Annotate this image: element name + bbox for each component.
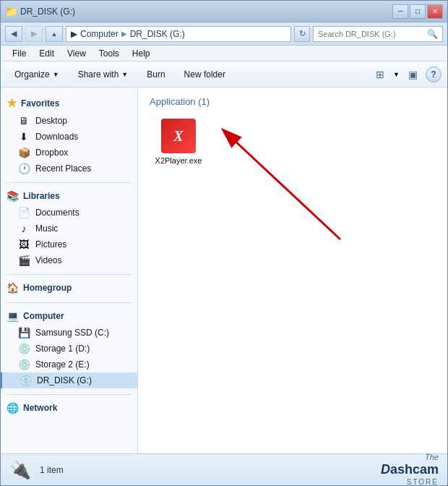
search-icon[interactable]: 🔍: [427, 29, 438, 39]
divider-3: [7, 302, 132, 303]
drdisk-icon: 💿: [20, 375, 31, 386]
documents-icon: 📄: [18, 207, 30, 218]
libraries-label: Libraries: [23, 191, 60, 201]
exe-icon: X: [161, 119, 196, 153]
sidebar-header-computer[interactable]: 💻 Computer: [1, 307, 137, 325]
dashcam-brand-d: D: [381, 462, 390, 477]
address-path[interactable]: ▶ Computer ▶ DR_DISK (G:): [66, 26, 291, 42]
path-sep1: ▶: [121, 30, 127, 38]
sidebar-header-favorites[interactable]: ★ Favorites: [1, 93, 137, 113]
explorer-window: 📁 DR_DISK (G:) ─ □ ✕ ◀ ▶ ▲ ▶ Computer ▶ …: [0, 0, 448, 486]
search-box[interactable]: 🔍: [313, 26, 443, 42]
path-arrow: ▶: [71, 29, 77, 39]
burn-button[interactable]: Burn: [139, 64, 173, 85]
sidebar-section-network: 🌐 Network: [1, 399, 137, 417]
help-button[interactable]: ?: [426, 67, 441, 82]
network-icon: 🌐: [7, 402, 19, 414]
sidebar-header-homegroup[interactable]: 🏠 Homegroup: [1, 279, 137, 297]
up-button[interactable]: ▲: [46, 26, 63, 42]
status-bar: 🔌 1 item The Dashcam STORE: [1, 453, 447, 485]
sidebar-item-documents[interactable]: 📄 Documents: [1, 205, 137, 221]
menu-file[interactable]: File: [7, 47, 32, 60]
sidebar: ★ Favorites 🖥 Desktop ⬇ Downloads 📦 Drop…: [1, 88, 138, 453]
sidebar-item-storage1[interactable]: 💿 Storage 1 (D:): [1, 341, 137, 357]
sidebar-item-drdisk[interactable]: 💿 DR_DISK (G:): [1, 372, 137, 388]
sidebar-section-favorites: ★ Favorites 🖥 Desktop ⬇ Downloads 📦 Drop…: [1, 93, 137, 176]
documents-label: Documents: [35, 208, 79, 218]
menu-help[interactable]: Help: [126, 47, 156, 60]
sidebar-section-libraries: 📚 Libraries 📄 Documents ♪ Music 🖼 Pictur…: [1, 187, 137, 268]
share-label: Share with: [78, 69, 119, 80]
sidebar-item-music[interactable]: ♪ Music: [1, 221, 137, 236]
view-details-button[interactable]: ⊞: [370, 66, 390, 83]
path-drive: DR_DISK (G:): [130, 29, 185, 39]
downloads-icon: ⬇: [18, 131, 30, 142]
pictures-label: Pictures: [35, 239, 66, 250]
back-button[interactable]: ◀: [5, 26, 22, 42]
path-computer: Computer: [80, 29, 119, 39]
computer-icon: 💻: [7, 310, 19, 322]
star-icon: ★: [7, 96, 17, 110]
dropbox-label: Dropbox: [35, 148, 68, 158]
sidebar-header-libraries[interactable]: 📚 Libraries: [1, 187, 137, 205]
item-count: 1 item: [40, 465, 64, 475]
file-icon-x2player: X: [161, 119, 196, 153]
music-label: Music: [35, 223, 58, 234]
folder-icon: 📁: [5, 6, 17, 17]
file-item-x2player[interactable]: X X2Player.exe: [150, 116, 207, 168]
homegroup-label: Homegroup: [23, 283, 72, 293]
sidebar-item-recent-places[interactable]: 🕐 Recent Places: [1, 161, 137, 176]
storage1-icon: 💿: [18, 343, 30, 354]
homegroup-icon: 🏠: [7, 282, 19, 294]
music-icon: ♪: [18, 223, 30, 234]
favorites-label: Favorites: [21, 98, 59, 108]
samsung-ssd-icon: 💾: [18, 327, 30, 338]
share-dropdown-arrow: ▼: [121, 71, 128, 78]
storage2-label: Storage 2 (E:): [35, 359, 90, 370]
title-bar-left: 📁 DR_DISK (G:): [5, 6, 75, 17]
sidebar-item-dropbox[interactable]: 📦 Dropbox: [1, 145, 137, 161]
view-dropdown-arrow[interactable]: ▼: [393, 71, 400, 78]
organize-dropdown-arrow: ▼: [53, 71, 59, 78]
sidebar-item-samsung-ssd[interactable]: 💾 Samsung SSD (C:): [1, 325, 137, 341]
dashcam-brand-rest: ashcam: [390, 462, 439, 477]
maximize-button[interactable]: □: [410, 4, 426, 19]
close-button[interactable]: ✕: [427, 4, 443, 19]
sidebar-item-storage2[interactable]: 💿 Storage 2 (E:): [1, 357, 137, 372]
menu-view[interactable]: View: [61, 47, 92, 60]
section-title: Application (1): [150, 96, 436, 107]
new-folder-button[interactable]: New folder: [176, 64, 233, 85]
divider-4: [7, 394, 132, 395]
search-input[interactable]: [318, 30, 424, 38]
preview-pane-button[interactable]: ▣: [402, 66, 423, 83]
address-bar: ◀ ▶ ▲ ▶ Computer ▶ DR_DISK (G:) ↻ 🔍: [1, 22, 447, 46]
forward-button[interactable]: ▶: [25, 26, 43, 42]
menu-tools[interactable]: Tools: [93, 47, 125, 60]
dashcam-logo: The Dashcam STORE: [381, 453, 439, 486]
recent-places-label: Recent Places: [35, 163, 91, 174]
dashcam-store: STORE: [381, 478, 439, 486]
pictures-icon: 🖼: [18, 239, 30, 250]
refresh-button[interactable]: ↻: [294, 26, 310, 42]
file-pane: Application (1) X X2Player.exe: [138, 88, 447, 453]
minimize-button[interactable]: ─: [392, 4, 408, 19]
toolbar-right: ⊞ ▼ ▣ ?: [370, 66, 441, 83]
file-name-x2player: X2Player.exe: [155, 156, 202, 165]
sidebar-item-desktop[interactable]: 🖥 Desktop: [1, 113, 137, 129]
sidebar-item-videos[interactable]: 🎬 Videos: [1, 252, 137, 268]
organize-button[interactable]: Organize ▼: [7, 64, 67, 85]
downloads-label: Downloads: [35, 132, 78, 142]
menu-edit[interactable]: Edit: [33, 47, 60, 60]
burn-label: Burn: [147, 69, 165, 80]
svg-line-1: [232, 138, 340, 239]
share-with-button[interactable]: Share with ▼: [70, 64, 137, 85]
red-arrow-annotation: [196, 124, 362, 254]
storage1-label: Storage 1 (D:): [35, 344, 90, 354]
sidebar-section-homegroup: 🏠 Homegroup: [1, 279, 137, 297]
sidebar-item-pictures[interactable]: 🖼 Pictures: [1, 236, 137, 252]
sidebar-item-downloads[interactable]: ⬇ Downloads: [1, 129, 137, 145]
dashcam-brand: Dashcam: [381, 462, 439, 478]
organize-label: Organize: [14, 69, 50, 80]
libraries-icon: 📚: [7, 190, 19, 202]
sidebar-header-network[interactable]: 🌐 Network: [1, 399, 137, 417]
